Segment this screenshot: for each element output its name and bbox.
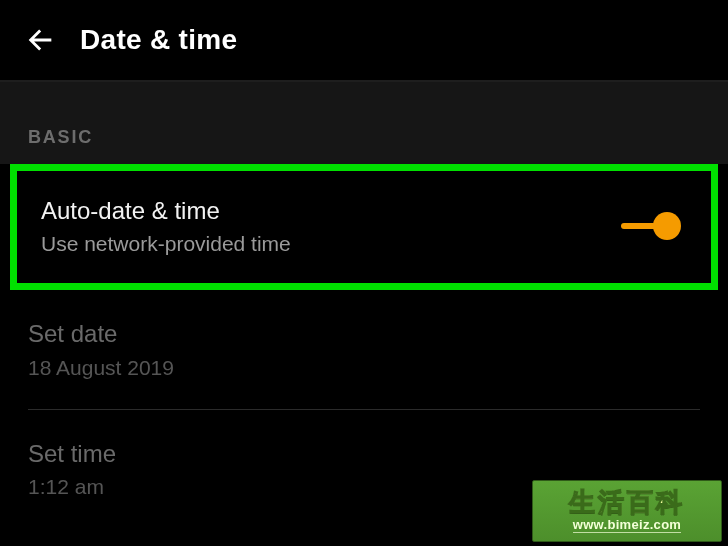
toggle-knob bbox=[653, 212, 681, 240]
row-texts: Auto-date & time Use network-provided ti… bbox=[41, 195, 621, 257]
page-title: Date & time bbox=[80, 24, 237, 56]
watermark-badge: 生活百科 www.bimeiz.com bbox=[532, 480, 722, 542]
row-auto-date-time[interactable]: Auto-date & time Use network-provided ti… bbox=[17, 171, 711, 283]
row-value: 18 August 2019 bbox=[28, 354, 698, 381]
auto-date-time-toggle[interactable] bbox=[621, 212, 681, 240]
highlight-frame: Auto-date & time Use network-provided ti… bbox=[10, 164, 718, 290]
row-title: Set time bbox=[28, 438, 698, 469]
section-label-basic: BASIC bbox=[28, 127, 93, 148]
row-subtitle: Use network-provided time bbox=[41, 230, 621, 257]
back-button[interactable] bbox=[18, 18, 62, 62]
section-header-band: BASIC bbox=[0, 82, 728, 164]
arrow-left-icon bbox=[23, 23, 57, 57]
row-title: Auto-date & time bbox=[41, 195, 621, 226]
row-texts: Set date 18 August 2019 bbox=[28, 318, 698, 380]
row-set-date[interactable]: Set date 18 August 2019 bbox=[0, 290, 728, 408]
watermark-url: www.bimeiz.com bbox=[573, 517, 681, 534]
app-header: Date & time bbox=[0, 0, 728, 80]
watermark-text-cn: 生活百科 bbox=[569, 489, 685, 515]
row-title: Set date bbox=[28, 318, 698, 349]
